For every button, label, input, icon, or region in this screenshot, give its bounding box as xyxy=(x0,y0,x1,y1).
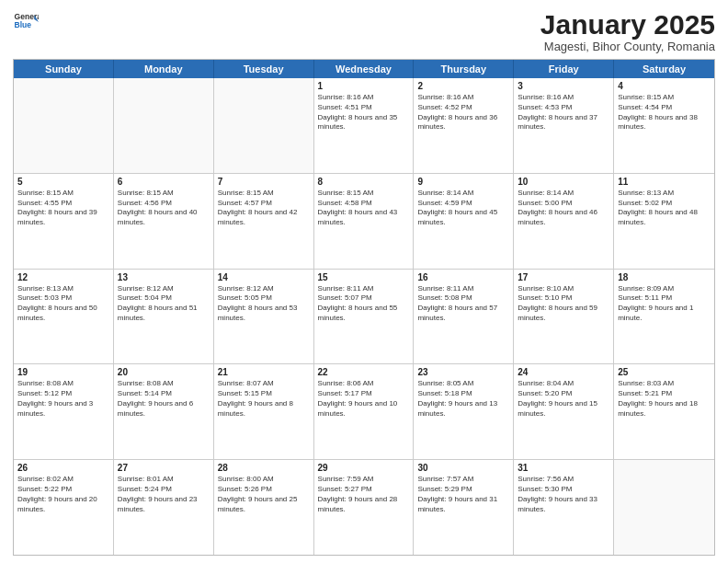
day-number: 21 xyxy=(218,367,310,377)
cell-info: Sunrise: 8:04 AMSunset: 5:20 PMDaylight:… xyxy=(518,379,609,419)
calendar-cell: 10Sunrise: 8:14 AMSunset: 5:00 PMDayligh… xyxy=(514,174,614,269)
day-header-thursday: Thursday xyxy=(414,60,514,78)
day-number: 7 xyxy=(218,177,310,187)
calendar-cell: 3Sunrise: 8:16 AMSunset: 4:53 PMDaylight… xyxy=(514,78,614,173)
calendar-cell: 17Sunrise: 8:10 AMSunset: 5:10 PMDayligh… xyxy=(514,270,614,364)
svg-text:Blue: Blue xyxy=(15,20,32,29)
calendar-cell: 6Sunrise: 8:15 AMSunset: 4:56 PMDaylight… xyxy=(114,174,214,269)
day-header-monday: Monday xyxy=(114,60,214,78)
cell-info: Sunrise: 8:13 AMSunset: 5:03 PMDaylight:… xyxy=(17,284,109,324)
calendar-cell: 7Sunrise: 8:15 AMSunset: 4:57 PMDaylight… xyxy=(214,174,314,269)
day-number: 20 xyxy=(118,367,210,377)
calendar-cell: 23Sunrise: 8:05 AMSunset: 5:18 PMDayligh… xyxy=(414,364,514,459)
day-number: 5 xyxy=(17,177,109,187)
calendar-cell: 8Sunrise: 8:15 AMSunset: 4:58 PMDaylight… xyxy=(314,174,415,269)
day-number: 18 xyxy=(618,272,711,282)
calendar-cell: 14Sunrise: 8:12 AMSunset: 5:05 PMDayligh… xyxy=(214,270,314,364)
day-number: 26 xyxy=(17,463,109,473)
calendar-cell xyxy=(614,460,714,555)
day-number: 15 xyxy=(318,272,410,282)
cell-info: Sunrise: 8:15 AMSunset: 4:56 PMDaylight:… xyxy=(118,189,210,228)
day-number: 2 xyxy=(417,81,509,91)
cell-info: Sunrise: 8:11 AMSunset: 5:07 PMDaylight:… xyxy=(318,284,410,324)
cell-info: Sunrise: 8:07 AMSunset: 5:15 PMDaylight:… xyxy=(218,379,310,419)
cell-info: Sunrise: 8:16 AMSunset: 4:53 PMDaylight:… xyxy=(518,93,609,132)
calendar-cell: 16Sunrise: 8:11 AMSunset: 5:08 PMDayligh… xyxy=(414,270,514,364)
calendar-cell: 21Sunrise: 8:07 AMSunset: 5:15 PMDayligh… xyxy=(214,364,314,459)
day-number: 27 xyxy=(118,463,210,473)
cell-info: Sunrise: 8:00 AMSunset: 5:26 PMDaylight:… xyxy=(218,475,310,514)
calendar: SundayMondayTuesdayWednesdayThursdayFrid… xyxy=(13,59,715,556)
cell-info: Sunrise: 8:11 AMSunset: 5:08 PMDaylight:… xyxy=(417,284,509,324)
calendar-cell: 29Sunrise: 7:59 AMSunset: 5:27 PMDayligh… xyxy=(314,460,415,555)
calendar-cell: 31Sunrise: 7:56 AMSunset: 5:30 PMDayligh… xyxy=(514,460,614,555)
cell-info: Sunrise: 8:10 AMSunset: 5:10 PMDaylight:… xyxy=(518,284,609,324)
calendar-cell: 15Sunrise: 8:11 AMSunset: 5:07 PMDayligh… xyxy=(314,270,415,364)
calendar-row: 1Sunrise: 8:16 AMSunset: 4:51 PMDaylight… xyxy=(14,78,714,173)
calendar-cell: 1Sunrise: 8:16 AMSunset: 4:51 PMDaylight… xyxy=(314,78,415,173)
day-number: 14 xyxy=(218,272,310,282)
calendar-cell: 28Sunrise: 8:00 AMSunset: 5:26 PMDayligh… xyxy=(214,460,314,555)
cell-info: Sunrise: 8:03 AMSunset: 5:21 PMDaylight:… xyxy=(618,379,711,419)
calendar-cell: 18Sunrise: 8:09 AMSunset: 5:11 PMDayligh… xyxy=(614,270,714,364)
calendar-cell: 2Sunrise: 8:16 AMSunset: 4:52 PMDaylight… xyxy=(414,78,514,173)
cell-info: Sunrise: 7:56 AMSunset: 5:30 PMDaylight:… xyxy=(518,475,609,514)
calendar-cell xyxy=(14,78,114,173)
page-header: General Blue January 2025 Magesti, Bihor… xyxy=(13,9,715,53)
calendar-body: 1Sunrise: 8:16 AMSunset: 4:51 PMDaylight… xyxy=(14,78,714,555)
calendar-row: 5Sunrise: 8:15 AMSunset: 4:55 PMDaylight… xyxy=(14,173,714,269)
cell-info: Sunrise: 8:06 AMSunset: 5:17 PMDaylight:… xyxy=(318,379,410,419)
day-number: 12 xyxy=(17,272,109,282)
logo: General Blue xyxy=(13,9,39,35)
cell-info: Sunrise: 7:57 AMSunset: 5:29 PMDaylight:… xyxy=(417,475,509,514)
day-number: 6 xyxy=(118,177,210,187)
cell-info: Sunrise: 8:12 AMSunset: 5:05 PMDaylight:… xyxy=(218,284,310,324)
cell-info: Sunrise: 8:15 AMSunset: 4:54 PMDaylight:… xyxy=(618,93,711,132)
calendar-cell: 12Sunrise: 8:13 AMSunset: 5:03 PMDayligh… xyxy=(14,270,114,364)
day-header-friday: Friday xyxy=(514,60,614,78)
day-number: 10 xyxy=(518,177,609,187)
calendar-cell: 19Sunrise: 8:08 AMSunset: 5:12 PMDayligh… xyxy=(14,364,114,459)
day-number: 17 xyxy=(518,272,609,282)
day-header-wednesday: Wednesday xyxy=(314,60,415,78)
calendar-row: 26Sunrise: 8:02 AMSunset: 5:22 PMDayligh… xyxy=(14,459,714,555)
day-number: 4 xyxy=(618,81,711,91)
day-number: 16 xyxy=(417,272,509,282)
calendar-cell xyxy=(114,78,214,173)
day-number: 30 xyxy=(417,463,509,473)
cell-info: Sunrise: 8:14 AMSunset: 4:59 PMDaylight:… xyxy=(417,189,509,228)
day-number: 1 xyxy=(318,81,410,91)
calendar-cell: 24Sunrise: 8:04 AMSunset: 5:20 PMDayligh… xyxy=(514,364,614,459)
cell-info: Sunrise: 8:15 AMSunset: 4:58 PMDaylight:… xyxy=(318,189,410,228)
logo-icon: General Blue xyxy=(13,9,39,35)
cell-info: Sunrise: 8:08 AMSunset: 5:12 PMDaylight:… xyxy=(17,379,109,419)
calendar-cell: 26Sunrise: 8:02 AMSunset: 5:22 PMDayligh… xyxy=(14,460,114,555)
cell-info: Sunrise: 7:59 AMSunset: 5:27 PMDaylight:… xyxy=(318,475,410,514)
day-header-tuesday: Tuesday xyxy=(214,60,314,78)
month-title: January 2025 xyxy=(540,9,715,40)
day-number: 24 xyxy=(518,367,609,377)
day-number: 23 xyxy=(417,367,509,377)
day-number: 13 xyxy=(118,272,210,282)
calendar-header: SundayMondayTuesdayWednesdayThursdayFrid… xyxy=(14,60,714,78)
calendar-cell: 4Sunrise: 8:15 AMSunset: 4:54 PMDaylight… xyxy=(614,78,714,173)
cell-info: Sunrise: 8:16 AMSunset: 4:52 PMDaylight:… xyxy=(417,93,509,132)
day-number: 29 xyxy=(318,463,410,473)
calendar-cell: 20Sunrise: 8:08 AMSunset: 5:14 PMDayligh… xyxy=(114,364,214,459)
calendar-row: 19Sunrise: 8:08 AMSunset: 5:12 PMDayligh… xyxy=(14,363,714,459)
day-number: 3 xyxy=(518,81,609,91)
cell-info: Sunrise: 8:15 AMSunset: 4:57 PMDaylight:… xyxy=(218,189,310,228)
day-number: 11 xyxy=(618,177,711,187)
cell-info: Sunrise: 8:15 AMSunset: 4:55 PMDaylight:… xyxy=(17,189,109,228)
calendar-cell: 11Sunrise: 8:13 AMSunset: 5:02 PMDayligh… xyxy=(614,174,714,269)
title-block: January 2025 Magesti, Bihor County, Roma… xyxy=(540,9,715,53)
calendar-cell: 5Sunrise: 8:15 AMSunset: 4:55 PMDaylight… xyxy=(14,174,114,269)
cell-info: Sunrise: 8:02 AMSunset: 5:22 PMDaylight:… xyxy=(17,475,109,514)
day-number: 19 xyxy=(17,367,109,377)
cell-info: Sunrise: 8:12 AMSunset: 5:04 PMDaylight:… xyxy=(118,284,210,324)
day-number: 22 xyxy=(318,367,410,377)
calendar-cell: 22Sunrise: 8:06 AMSunset: 5:17 PMDayligh… xyxy=(314,364,415,459)
calendar-cell: 9Sunrise: 8:14 AMSunset: 4:59 PMDaylight… xyxy=(414,174,514,269)
location-title: Magesti, Bihor County, Romania xyxy=(540,40,715,53)
day-number: 25 xyxy=(618,367,711,377)
